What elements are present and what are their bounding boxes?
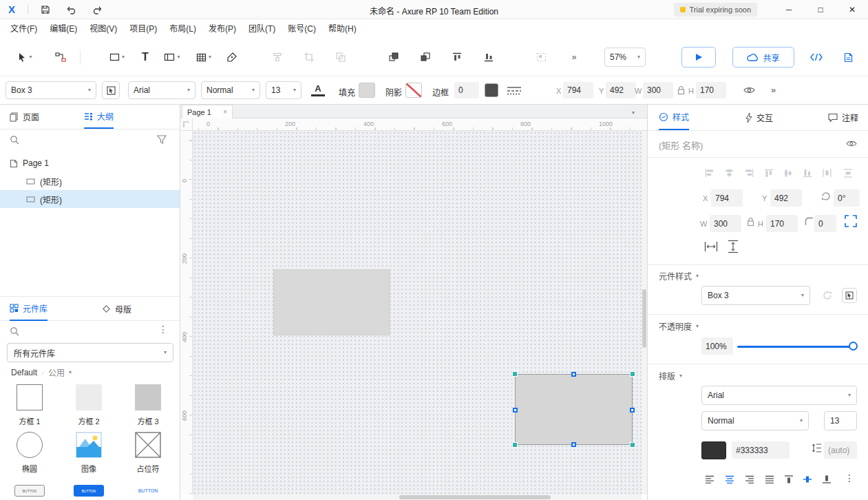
selection-corner-handle[interactable] <box>630 442 635 448</box>
menu-layout[interactable]: 布局(L) <box>163 19 202 39</box>
font-color-hex-input[interactable] <box>732 441 790 459</box>
widget-name-input[interactable] <box>659 138 838 153</box>
share-button[interactable]: 共享 <box>732 47 794 67</box>
style-editor-button[interactable] <box>842 288 857 303</box>
text-align-bottom-button[interactable] <box>820 472 834 486</box>
selection-edge-handle[interactable] <box>571 442 576 447</box>
tab-pages[interactable]: 页面 <box>10 105 39 129</box>
selection-edge-handle[interactable] <box>513 408 518 413</box>
w-input[interactable] <box>643 82 673 98</box>
x-input[interactable] <box>563 82 593 98</box>
rotation-input[interactable] <box>834 189 860 207</box>
visibility-eye-icon[interactable] <box>743 86 755 94</box>
text-align-middle-button[interactable] <box>801 472 814 486</box>
save-button[interactable] <box>39 3 52 16</box>
vertical-spacing-icon[interactable] <box>728 240 739 253</box>
selection-edge-handle[interactable] <box>630 408 635 413</box>
opacity-input[interactable] <box>701 337 733 355</box>
publish-notes-button[interactable] <box>836 47 860 67</box>
widget-button-primary[interactable]: BUTTON <box>59 485 118 497</box>
horizontal-scrollbar[interactable] <box>193 494 642 500</box>
close-tab-icon[interactable]: × <box>223 108 227 116</box>
widget-box1[interactable]: 方框 1 <box>0 384 59 426</box>
page-tab-list-icon[interactable]: ▾ <box>632 107 635 116</box>
menu-view[interactable]: 视图(V) <box>83 19 123 39</box>
widget-style-select[interactable]: Box 3 ▾ <box>701 286 810 305</box>
tree-item-rect-2-selected[interactable]: (矩形) <box>0 190 180 208</box>
text-align-top-button[interactable] <box>782 472 796 486</box>
connector-tool-button[interactable] <box>48 47 73 67</box>
vertical-scrollbar[interactable] <box>642 131 647 494</box>
opacity-slider-track[interactable] <box>737 346 854 348</box>
lock-ratio-icon[interactable] <box>747 217 754 227</box>
trial-badge[interactable]: Trial expiring soon <box>674 3 757 17</box>
library-group-header[interactable]: Default · 公用 ▾ <box>11 366 72 378</box>
more-tools-button[interactable]: » <box>564 47 584 67</box>
align-bottom-button[interactable] <box>478 47 500 67</box>
pen-tool-button[interactable] <box>222 47 242 67</box>
w-input[interactable] <box>710 215 741 232</box>
menu-help[interactable]: 帮助(H) <box>322 19 363 39</box>
library-select[interactable]: 所有元件库 ▾ <box>7 343 173 362</box>
menu-file[interactable]: 文件(F) <box>4 19 43 39</box>
menu-publish[interactable]: 发布(P) <box>202 19 242 39</box>
widget-button-default[interactable]: BUTTON <box>0 485 59 497</box>
scrollbar-thumb[interactable] <box>399 495 551 499</box>
maximize-button[interactable]: □ <box>805 0 836 19</box>
font-weight-select[interactable]: Normal ▾ <box>701 411 809 430</box>
text-align-center-button[interactable] <box>723 472 737 486</box>
design-viewport[interactable] <box>193 131 642 494</box>
font-size-field[interactable]: 13 <box>824 411 857 430</box>
text-tool-button[interactable]: T <box>135 47 156 67</box>
x-input[interactable] <box>711 189 743 207</box>
widget-style-section[interactable]: 元件样式 ▾ <box>659 270 699 282</box>
more-typography-icon[interactable]: ⋮ <box>845 472 854 483</box>
tab-masters[interactable]: 母版 <box>102 297 131 321</box>
selection-corner-handle[interactable] <box>512 442 518 448</box>
font-family-select[interactable]: Arial ▾ <box>701 386 857 405</box>
selection-corner-handle[interactable] <box>512 371 518 377</box>
border-width-input[interactable] <box>454 82 479 98</box>
corner-radius-input[interactable] <box>814 215 836 232</box>
style-editor-button[interactable] <box>102 81 120 99</box>
library-more-icon[interactable]: ⋮ <box>158 324 168 335</box>
fit-to-content-icon[interactable] <box>845 215 857 227</box>
rectangle-tool-button[interactable]: ▾ <box>102 47 132 67</box>
library-search-icon[interactable] <box>10 326 19 336</box>
tree-item-rect-1[interactable]: (矩形) <box>0 172 180 190</box>
widget-style-select[interactable]: Box 3 ▾ <box>6 81 96 99</box>
menu-account[interactable]: 账号(C) <box>282 19 322 39</box>
line-height-input[interactable] <box>824 441 857 459</box>
tab-notes[interactable]: 注释 <box>828 105 858 130</box>
undo-button[interactable] <box>65 3 78 16</box>
widget-button-link[interactable]: BUTTON <box>118 485 178 497</box>
shadow-swatch[interactable] <box>405 83 422 98</box>
font-color-swatch[interactable] <box>701 441 726 459</box>
font-family-select[interactable]: Arial ▾ <box>128 81 195 99</box>
font-color-button[interactable]: A <box>311 83 325 96</box>
tab-interactions[interactable]: 交互 <box>745 105 773 130</box>
lock-ratio-icon[interactable] <box>677 85 685 95</box>
more-style-button[interactable]: » <box>771 85 776 95</box>
canvas-rectangle-2-selected[interactable] <box>515 374 633 445</box>
tab-outline[interactable]: 大纲 <box>84 105 114 129</box>
outline-filter-icon[interactable] <box>157 135 167 144</box>
text-align-right-button[interactable] <box>743 472 756 486</box>
tab-libraries[interactable]: 元件库 <box>10 297 47 321</box>
preview-button[interactable] <box>681 47 716 67</box>
canvas-rectangle-1[interactable] <box>273 269 390 335</box>
table-tool-button[interactable]: ▾ <box>189 47 219 67</box>
redo-button[interactable] <box>89 3 103 16</box>
tree-item-page1[interactable]: Page 1 <box>0 154 180 172</box>
horizontal-spacing-icon[interactable] <box>704 241 718 252</box>
minimize-button[interactable]: ─ <box>773 0 805 19</box>
h-input[interactable] <box>766 215 798 232</box>
widget-image[interactable]: 图像 <box>59 432 118 474</box>
pointer-tool-button[interactable]: ▾ <box>10 47 40 67</box>
code-export-button[interactable] <box>804 47 829 67</box>
frame-tool-button[interactable]: ▾ <box>157 47 187 67</box>
widget-placeholder[interactable]: 占位符 <box>118 432 178 474</box>
border-color-swatch[interactable] <box>485 83 498 97</box>
border-style-button[interactable] <box>507 85 522 95</box>
selection-edge-handle[interactable] <box>571 372 576 377</box>
